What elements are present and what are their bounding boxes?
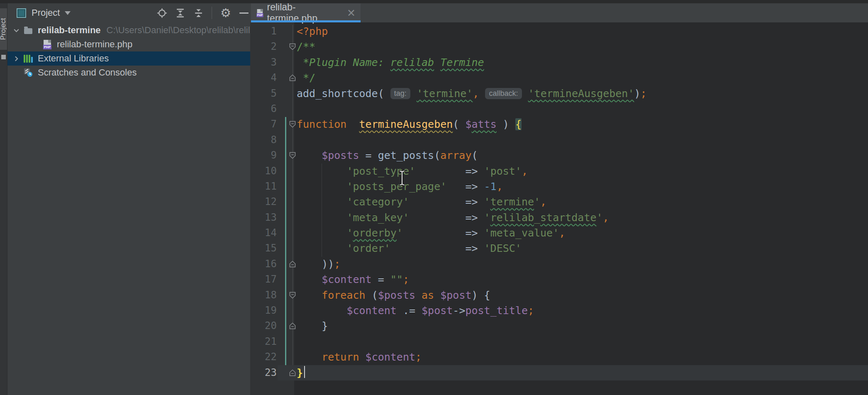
tree-item-scratches-and-consoles[interactable]: Scratches and Consoles (7, 66, 250, 80)
code-text[interactable]: 'meta_key' => 'relilab_startdate', (297, 210, 868, 225)
code-text[interactable]: function termineAusgeben( $atts ) { (297, 117, 868, 132)
gutter-fold-column[interactable] (277, 256, 297, 272)
code-text[interactable]: *Plugin Name: relilab Termine (297, 55, 868, 70)
gutter-fold-column[interactable] (277, 70, 297, 85)
tree-item-path: C:\Users\Daniel\Desktop\relilab\relilab-… (107, 25, 250, 36)
line-number: 16 (250, 256, 277, 272)
code-line-3[interactable]: 3 *Plugin Name: relilab Termine (250, 55, 868, 70)
gutter-fold-column[interactable] (277, 117, 297, 132)
code-text[interactable] (297, 132, 868, 148)
gutter-fold-column[interactable] (277, 288, 297, 303)
line-number: 8 (250, 132, 277, 148)
toolbar-divider (212, 7, 212, 19)
gutter-fold-column[interactable] (277, 365, 297, 380)
code-text[interactable]: $content .= $post->post_title; (297, 303, 868, 318)
code-line-16[interactable]: 16 )); (250, 256, 868, 272)
line-number: 15 (250, 241, 277, 256)
line-number: 19 (250, 303, 277, 318)
code-line-17[interactable]: 17 $content = ""; (250, 272, 868, 287)
project-panel-title[interactable]: Project (32, 7, 60, 18)
tree-item-external-libraries[interactable]: External Libraries (7, 51, 250, 66)
code-line-20[interactable]: 20 } (250, 318, 868, 334)
project-panel-header: Project ⚙ (7, 3, 250, 22)
settings-gear-icon[interactable]: ⚙ (220, 8, 232, 18)
line-number: 17 (250, 272, 277, 287)
code-line-6[interactable]: 6 (250, 101, 868, 117)
code-line-19[interactable]: 19 $content .= $post->post_title; (250, 303, 868, 318)
folder-icon (24, 28, 32, 34)
code-text[interactable]: 'category' => 'termine', (297, 194, 868, 210)
code-line-21[interactable]: 21 (250, 334, 868, 349)
tree-item-relilab-termine-php[interactable]: PHPrelilab-termine.php (7, 37, 250, 51)
code-text[interactable]: } (297, 365, 868, 380)
code-text[interactable]: <?php (297, 24, 868, 39)
fold-marker-icon[interactable] (289, 369, 296, 376)
chevron-down-icon[interactable] (13, 27, 20, 34)
code-line-13[interactable]: 13 'meta_key' => 'relilab_startdate', (250, 210, 868, 225)
line-number: 2 (250, 39, 277, 54)
line-number: 13 (250, 210, 277, 225)
locate-file-icon[interactable] (157, 8, 167, 18)
gutter-fold-column[interactable] (277, 318, 297, 334)
code-text[interactable]: 'posts_per_page' => -1, (297, 179, 868, 194)
gutter-fold-column (277, 101, 297, 117)
expand-all-icon[interactable] (175, 8, 185, 18)
gutter-fold-column (277, 225, 297, 241)
code-text[interactable]: )); (297, 256, 868, 272)
fold-marker-icon[interactable] (289, 292, 296, 299)
code-text[interactable] (297, 334, 868, 349)
fold-marker-icon[interactable] (289, 322, 296, 329)
code-line-18[interactable]: 18 foreach ($posts as $post) { (250, 288, 868, 303)
fold-marker-icon[interactable] (289, 43, 296, 50)
tool-window-square-icon[interactable] (1, 55, 6, 59)
code-line-22[interactable]: 22 return $content; (250, 349, 868, 365)
code-line-14[interactable]: 14 'orderby' => 'meta_value', (250, 225, 868, 241)
fold-marker-icon[interactable] (289, 152, 296, 159)
code-line-10[interactable]: 10 'post_type' => 'post', (250, 163, 868, 179)
fold-marker-icon[interactable] (289, 74, 296, 81)
code-line-9[interactable]: 9 $posts = get_posts(array( (250, 148, 868, 163)
code-text[interactable]: 'post_type' => 'post', (297, 163, 868, 179)
code-text[interactable]: $content = ""; (297, 272, 868, 287)
code-text[interactable]: foreach ($posts as $post) { (297, 288, 868, 303)
tool-window-stripe: Project (0, 3, 7, 395)
code-line-1[interactable]: 1<?php (250, 24, 868, 39)
code-editor[interactable]: 1<?php2/**3 *Plugin Name: relilab Termin… (250, 22, 868, 395)
chevron-down-icon[interactable] (65, 11, 71, 15)
tree-item-relilab-termine[interactable]: relilab-termineC:\Users\Daniel\Desktop\r… (7, 23, 250, 37)
hide-panel-icon[interactable] (239, 12, 249, 14)
code-text[interactable]: /** (297, 39, 868, 54)
gutter-fold-column[interactable] (277, 39, 297, 54)
tab-relilab-termine-php[interactable]: PHP relilab-termine.php ✕ (251, 3, 361, 22)
code-text[interactable]: add_shortcode( tag: 'termine', callback:… (297, 86, 868, 101)
collapse-all-icon[interactable] (193, 8, 204, 18)
code-text[interactable]: $posts = get_posts(array( (297, 148, 868, 163)
project-panel: Project ⚙ relilab-termineC:\Users\Daniel… (7, 3, 250, 395)
mouse-cursor-ibeam (399, 170, 405, 186)
code-text[interactable] (297, 101, 868, 117)
code-text[interactable]: */ (297, 70, 868, 85)
code-text[interactable]: 'orderby' => 'meta_value', (297, 225, 868, 241)
close-icon[interactable]: ✕ (347, 9, 356, 17)
line-number: 3 (250, 55, 277, 70)
code-line-4[interactable]: 4 */ (250, 70, 868, 85)
code-line-12[interactable]: 12 'category' => 'termine', (250, 194, 868, 210)
code-line-7[interactable]: 7function termineAusgeben( $atts ) { (250, 117, 868, 132)
fold-marker-icon[interactable] (289, 121, 296, 128)
code-line-15[interactable]: 15 'order' => 'DESC' (250, 241, 868, 256)
line-number: 23 (250, 365, 277, 380)
gutter-fold-column (277, 194, 297, 210)
code-line-11[interactable]: 11 'posts_per_page' => -1, (250, 179, 868, 194)
code-text[interactable]: } (297, 318, 868, 334)
code-line-8[interactable]: 8 (250, 132, 868, 148)
project-stripe-button[interactable]: Project (0, 8, 7, 50)
chevron-right-icon[interactable] (13, 55, 20, 62)
code-line-5[interactable]: 5add_shortcode( tag: 'termine', callback… (250, 86, 868, 101)
fold-marker-icon[interactable] (289, 261, 296, 268)
gutter-fold-column[interactable] (277, 148, 297, 163)
code-text[interactable]: return $content; (297, 349, 868, 365)
code-line-23[interactable]: 23} (250, 365, 868, 380)
code-line-2[interactable]: 2/** (250, 39, 868, 54)
line-number: 21 (250, 334, 277, 349)
code-text[interactable]: 'order' => 'DESC' (297, 241, 868, 256)
